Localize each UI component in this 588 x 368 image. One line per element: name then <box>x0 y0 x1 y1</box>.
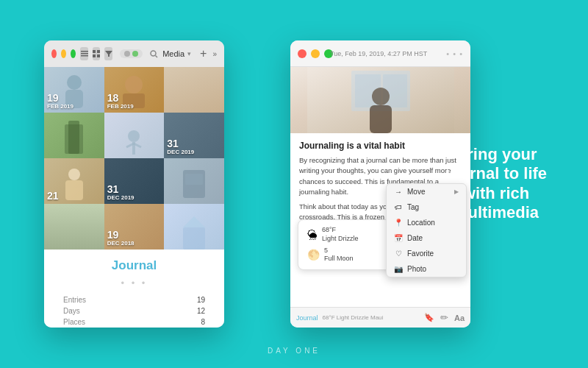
svg-rect-3 <box>93 50 96 53</box>
moon-icon: 🌕 <box>307 249 320 261</box>
media-dropdown-label: Media <box>162 49 184 58</box>
photo-date: 18FEB 2019 <box>107 93 134 110</box>
journal-label: Journal <box>296 314 318 322</box>
photo-cell[interactable] <box>164 158 224 204</box>
svg-rect-15 <box>68 121 79 154</box>
svg-rect-21 <box>65 180 83 200</box>
journal-title: Journal <box>112 258 157 273</box>
photo-cell[interactable] <box>104 113 165 158</box>
menu-item-location[interactable]: 📍 Location <box>387 215 466 230</box>
add-entry-button[interactable]: + <box>200 47 207 60</box>
menu-item-tag[interactable]: 🏷 Tag <box>387 199 466 215</box>
photo-date: 31DEC 2019 <box>107 184 135 202</box>
svg-rect-0 <box>81 51 88 52</box>
journal-stats: Entries 19 Days 12 Places 8 Tags 10 Phot… <box>56 294 212 328</box>
photo-cell[interactable]: 31DEC 2019 <box>164 113 224 158</box>
right-titlebar: Tue, Feb 19, 2019, 4:27 PM HST • • • <box>290 40 470 67</box>
filter-icon[interactable] <box>104 47 112 60</box>
menu-item-favorite[interactable]: ♡ Favorite <box>387 246 466 261</box>
photo-date: 19FEB 2019 <box>47 93 74 110</box>
stat-days: Days 12 <box>56 305 212 316</box>
photo-cell[interactable] <box>164 204 224 250</box>
right-more-button[interactable]: • • • <box>446 49 463 58</box>
svg-marker-25 <box>183 216 205 227</box>
photo-date: 21 <box>47 191 59 202</box>
promo-line2: journal to life <box>445 165 547 183</box>
moon-phase-label: Full Moon <box>324 255 354 263</box>
photo-cell[interactable] <box>44 204 104 250</box>
moon-phase-number: 5 <box>324 247 354 255</box>
svg-rect-23 <box>185 174 203 185</box>
weather-condition-row: 🌦 68°F Light Drizzle <box>307 226 384 243</box>
svg-point-20 <box>68 169 80 180</box>
sidebar-toggle-icon[interactable] <box>80 47 88 60</box>
submenu-arrow: ▶ <box>454 188 459 195</box>
move-icon: → <box>394 188 403 196</box>
photo-menu-icon: 📷 <box>394 265 403 273</box>
entry-date: Tue, Feb 19, 2019, 4:27 PM HST <box>315 50 442 57</box>
journal-panel: Journal • • • Entries 19 Days 12 Places … <box>44 250 224 328</box>
weather-moon-row: 🌕 5 Full Moon <box>307 247 384 263</box>
left-titlebar: Media ▾ + » <box>44 40 224 67</box>
traffic-light-red[interactable] <box>51 49 57 58</box>
stat-entries: Entries 19 <box>56 294 212 305</box>
entry-photo <box>290 67 470 133</box>
weather-condition: Light Drizzle <box>322 235 359 244</box>
entry-heading: Journaling is a vital habit <box>299 141 462 151</box>
photo-date: 31DEC 2019 <box>167 138 194 156</box>
photo-cell[interactable]: 19FEB 2019 <box>44 67 104 113</box>
photo-grid: 19FEB 2019 18FEB 2019 <box>44 67 224 250</box>
main-container: Media ▾ + » 19FEB 2019 18FEB 2019 <box>0 0 588 368</box>
search-icon[interactable] <box>150 50 158 58</box>
svg-line-9 <box>156 55 158 57</box>
promo-line1: Bring your <box>455 145 537 163</box>
weather-drizzle-icon: 🌦 <box>307 229 318 241</box>
svg-rect-31 <box>370 105 392 133</box>
photo-cell[interactable] <box>44 113 104 158</box>
brand-logo: DAY ONE <box>268 347 320 355</box>
menu-item-photo[interactable]: 📷 Photo <box>387 261 466 277</box>
svg-point-8 <box>151 51 156 56</box>
svg-point-10 <box>67 75 82 90</box>
traffic-light-green[interactable] <box>71 49 76 58</box>
entry-photo-illustration <box>307 67 454 133</box>
bottom-bar-icons: 🔖 ✏ Aa <box>424 312 465 323</box>
svg-point-30 <box>372 88 390 105</box>
menu-item-move[interactable]: → Move ▶ <box>387 184 466 199</box>
photo-cell[interactable]: 21 <box>44 158 104 204</box>
traffic-light-yellow[interactable] <box>61 49 66 58</box>
right-traffic-light-red[interactable] <box>298 49 306 58</box>
svg-rect-4 <box>97 50 100 53</box>
date-icon: 📅 <box>394 234 403 242</box>
menu-item-date[interactable]: 📅 Date <box>387 230 466 246</box>
bookmark-icon[interactable]: 🔖 <box>424 313 434 322</box>
favorite-icon: ♡ <box>394 250 403 258</box>
left-window: Media ▾ + » 19FEB 2019 18FEB 2019 <box>44 40 224 328</box>
entry-content: Journaling is a vital habit By recognizi… <box>290 133 470 307</box>
svg-point-16 <box>128 130 140 142</box>
photo-cell[interactable]: 19DEC 2018 <box>104 204 165 250</box>
svg-marker-7 <box>105 51 112 57</box>
promo-line3: with rich <box>463 184 529 202</box>
photo-cell[interactable]: 18FEB 2019 <box>104 67 165 113</box>
edit-icon[interactable]: ✏ <box>440 312 448 323</box>
weather-widget: 🌦 68°F Light Drizzle 🌕 5 Full Moon <box>298 219 393 270</box>
svg-rect-1 <box>81 53 88 54</box>
photo-cell[interactable]: 31DEC 2019 <box>104 158 165 204</box>
media-dropdown[interactable]: Media ▾ <box>162 49 191 58</box>
svg-rect-24 <box>183 227 205 250</box>
weather-temp: 68°F <box>322 226 359 235</box>
svg-point-12 <box>125 76 143 93</box>
svg-rect-2 <box>81 55 88 57</box>
photo-cell[interactable] <box>164 67 224 113</box>
stat-places: Places 8 <box>56 316 212 328</box>
svg-rect-6 <box>97 54 100 57</box>
photo-date: 19DEC 2018 <box>107 230 135 247</box>
right-window: Tue, Feb 19, 2019, 4:27 PM HST • • • <box>290 40 470 328</box>
context-menu: → Move ▶ 🏷 Tag 📍 Location 📅 Date ♡ <box>386 183 467 277</box>
grid-view-icon[interactable] <box>93 47 101 60</box>
more-button[interactable]: » <box>212 50 217 58</box>
text-format-icon[interactable]: Aa <box>454 314 465 322</box>
journal-dots-menu[interactable]: • • • <box>121 277 148 289</box>
tag-icon: 🏷 <box>394 203 403 211</box>
